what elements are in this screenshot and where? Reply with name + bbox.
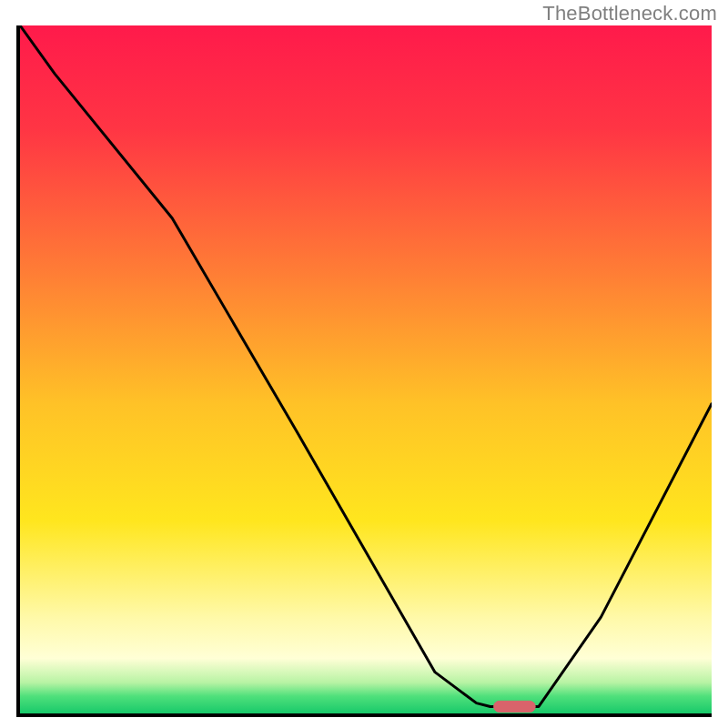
optimal-marker xyxy=(494,701,536,712)
watermark-text: TheBottleneck.com xyxy=(542,2,717,25)
gradient-background xyxy=(20,25,712,713)
plot-area xyxy=(16,25,712,717)
chart-wrap: TheBottleneck.com xyxy=(0,0,728,728)
plot-svg xyxy=(20,25,712,713)
